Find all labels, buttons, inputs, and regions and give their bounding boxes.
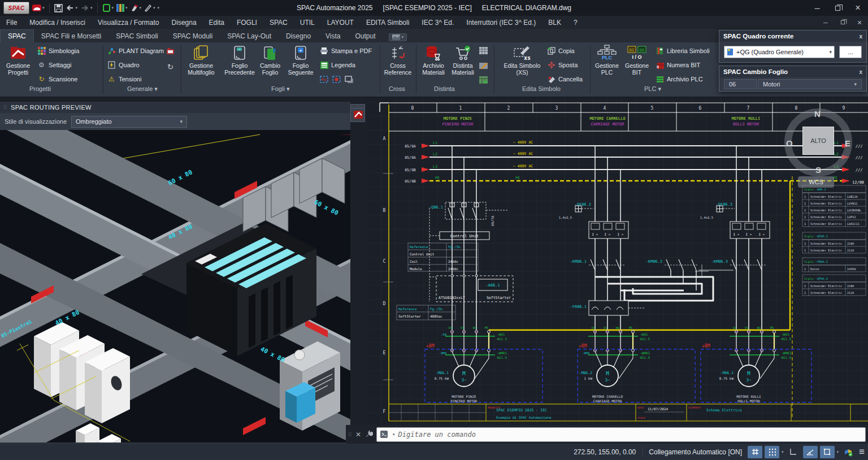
panel-cambio-title[interactable]: SPAC Cambio Fogliox — [719, 66, 866, 77]
libreria-simboli-button[interactable]: Libreria Simboli — [656, 45, 710, 57]
tab-spac[interactable]: SPAC — [0, 29, 34, 42]
tab-fili-morsetti[interactable]: SPAC Fili e Morsetti — [34, 30, 108, 42]
menu-util[interactable]: UTIL — [294, 19, 321, 27]
viewcube-north[interactable]: N — [814, 109, 821, 119]
gestione-plc-button[interactable]: PLC Gestione PLC — [592, 44, 622, 76]
cambio-foglio-button[interactable]: F Cambio Foglio — [255, 44, 285, 76]
ribbon-display-options[interactable]: ▾ — [389, 33, 407, 41]
layout-toggle-icon[interactable]: ▾ — [102, 3, 114, 12]
scansione-button[interactable]: ↻Scansione — [37, 73, 77, 85]
gestione-progetti-button[interactable]: Gestione Progetti — [2, 44, 34, 76]
tab-spac-layout[interactable]: SPAC Lay-Out — [220, 30, 279, 42]
menu-edita-simboli[interactable]: EDITA Simboli — [360, 19, 415, 27]
quadro-mini-tool-1[interactable] — [166, 45, 175, 57]
table-tool-icon[interactable]: ▾ — [116, 3, 128, 12]
ortho-toggle[interactable] — [786, 446, 801, 458]
panel-quadro-title[interactable]: SPAC Quadro correntex — [719, 31, 866, 42]
minimize-button[interactable]: ─ — [807, 0, 827, 16]
stampa-pdf-button[interactable]: Stampa e PDF — [320, 45, 372, 57]
fogli-mini-tools[interactable] — [320, 73, 353, 85]
marker-tool-icon[interactable]: ▾ — [130, 3, 142, 12]
edit-tool-icon[interactable]: ▾ — [144, 3, 155, 12]
menu-disegna[interactable]: Disegna — [166, 19, 203, 27]
object-snap-toggle[interactable] — [820, 446, 835, 458]
routing-3d-canvas[interactable]: 40 x 80 40 x 80 40 x 80 40 x 80 60 x 80 … — [0, 130, 350, 442]
auto-connect-mode[interactable]: Collegamento Automatico [ON] — [649, 448, 742, 456]
tab-spac-moduli[interactable]: SPAC Moduli — [166, 30, 220, 42]
foglio-precedente-button[interactable]: - Foglio Precedente — [222, 44, 258, 76]
menu-help[interactable]: ? — [567, 19, 584, 27]
command-close-icon[interactable]: ✕ — [355, 431, 361, 439]
command-grip-handle[interactable]: ⁞⁞ — [348, 432, 352, 437]
menu-file[interactable]: File — [0, 19, 23, 27]
numera-bit-button[interactable]: NNumera BIT — [656, 59, 700, 71]
viewcube-east[interactable]: E — [845, 138, 850, 148]
osnap-options-caret[interactable]: ▾ — [837, 450, 839, 454]
undo-button[interactable]: ▾ — [65, 4, 78, 12]
tab-output[interactable]: Output — [348, 30, 383, 42]
grid-toggle[interactable] — [748, 446, 762, 458]
legenda-button[interactable]: Legenda — [320, 59, 355, 71]
menu-visualizza[interactable]: Visualizza / Formato — [92, 19, 166, 27]
status-menu-icon[interactable]: ≡ — [859, 446, 865, 458]
doc-restore-button[interactable] — [834, 16, 851, 29]
spac-app-menu-button[interactable]: SPAC — [3, 2, 29, 14]
doc-close-button[interactable]: × — [851, 16, 868, 29]
viewcube-west[interactable]: O — [786, 138, 793, 148]
viewcube-top-face[interactable]: ALTO — [802, 127, 834, 155]
panel-quadro-close-icon[interactable]: x — [859, 33, 862, 40]
sheet-name-select[interactable]: Motori▾ — [758, 79, 862, 89]
style-select[interactable]: Ombreggiato▾ — [71, 116, 187, 128]
spac-palette-collapsed[interactable]: ⋯ — [350, 104, 365, 122]
tensioni-button[interactable]: ⚠Tensioni — [107, 73, 141, 85]
distinta-mini-1[interactable] — [479, 44, 488, 57]
archivio-plc-button[interactable]: Archivio PLC — [656, 73, 703, 85]
menu-fogli[interactable]: FOGLI — [231, 19, 263, 27]
edita-simbolo-button[interactable]: xs Edita Simbolo (XS) — [501, 44, 544, 76]
menu-blk[interactable]: BLK — [542, 19, 567, 27]
workspace-icon[interactable] — [841, 446, 856, 458]
menu-iec[interactable]: IEC 3^ Ed. — [415, 19, 460, 27]
archivio-materiali-button[interactable]: Archivio Materiali — [418, 44, 449, 76]
wcs-indicator[interactable]: WCS — [798, 176, 834, 188]
distinta-materiali-button[interactable]: Distinta Materiali — [449, 44, 477, 76]
gestione-multifoglio-button[interactable]: Gestione Multifoglio — [183, 44, 219, 76]
quadro-browse-button[interactable]: ... — [839, 46, 862, 58]
settaggi-button[interactable]: ⚙Settaggi — [37, 59, 71, 71]
quadro-button[interactable]: Quadro — [107, 59, 140, 71]
command-wrench-icon[interactable] — [364, 430, 373, 439]
menu-edita[interactable]: Edita — [203, 19, 231, 27]
gestione-bit-button[interactable]: DIDOI / O Gestione BIT — [622, 44, 652, 76]
distinta-mini-3[interactable] — [479, 73, 488, 86]
snap-toggle[interactable] — [765, 446, 779, 458]
distinta-mini-2[interactable] — [479, 59, 488, 71]
snap-options-caret[interactable]: ▾ — [782, 450, 784, 454]
cross-reference-button[interactable]: Cross Reference — [382, 44, 414, 76]
cancella-button[interactable]: Cancella — [547, 73, 583, 85]
sposta-button[interactable]: Sposta — [547, 59, 578, 71]
redo-button[interactable]: ▾ — [80, 4, 93, 12]
qat-customize-icon[interactable]: ▾ — [158, 6, 160, 10]
plant-diagram-button[interactable]: PLANT Diagram — [107, 45, 164, 57]
tab-vista[interactable]: Vista — [318, 30, 348, 42]
foglio-seguente-button[interactable]: + Foglio Seguente — [285, 44, 316, 76]
routing-preview-header[interactable]: ⁞⁞SPAC ROUTING PREVIEW — [0, 102, 350, 113]
viewcube-south[interactable]: S — [815, 165, 821, 175]
doc-minimize-button[interactable]: ─ — [817, 16, 834, 29]
quadro-mini-tool-2[interactable]: ↻ — [166, 60, 175, 73]
command-prompt-icon[interactable] — [380, 431, 389, 438]
menu-spac[interactable]: SPAC — [263, 19, 294, 27]
menu-modifica[interactable]: Modifica / Inserisci — [23, 19, 92, 27]
restore-button[interactable] — [827, 0, 848, 16]
command-input[interactable]: ▾ Digitare un comando — [376, 427, 866, 442]
sheet-number-cell[interactable]: 06 — [724, 79, 757, 89]
panel-cambio-close-icon[interactable]: x — [859, 69, 862, 75]
simbologia-button[interactable]: Simbologia — [37, 45, 79, 57]
save-button[interactable] — [54, 4, 63, 12]
quadro-select[interactable]: +QG (Quadro Generale)▾ — [724, 46, 835, 58]
tab-disegno[interactable]: Disegno — [279, 30, 318, 42]
menu-layout[interactable]: LAYOUT — [321, 19, 360, 27]
menu-interruttori[interactable]: Interruttori (IEC 3^ Ed.) — [460, 19, 542, 27]
copia-button[interactable]: Copia — [547, 45, 575, 57]
tab-spac-simboli[interactable]: SPAC Simboli — [108, 30, 165, 42]
